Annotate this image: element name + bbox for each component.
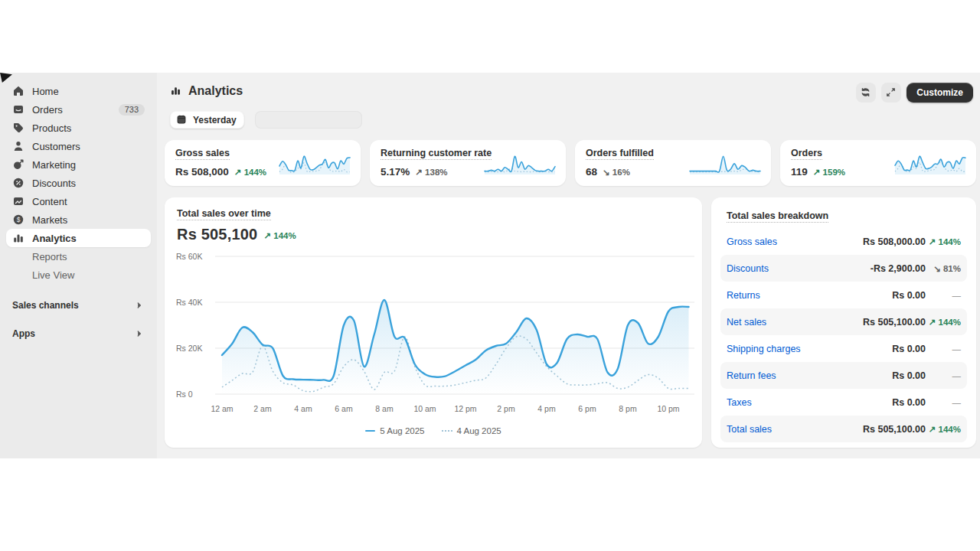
breakdown-rows: Gross salesRs 508,000.00↗ 144%Discounts-…: [720, 228, 967, 442]
page-title: Analytics: [188, 84, 243, 98]
chart-total-change: ↗ 144%: [263, 228, 296, 242]
bar-chart-icon: [12, 232, 24, 244]
svg-text:10 am: 10 am: [413, 404, 436, 413]
metric-card-orders[interactable]: Orders119↗ 159%: [780, 140, 976, 186]
svg-text:10 pm: 10 pm: [657, 404, 679, 413]
metric-sparkline: [483, 152, 557, 175]
sidebar-item-label: Marketing: [32, 159, 145, 171]
legend-item: 4 Aug 2025: [442, 426, 501, 435]
sidebar-item-orders[interactable]: Orders733: [6, 100, 151, 119]
metric-sparkline: [893, 152, 967, 175]
total-sales-line-chart: Rs 0Rs 20KRs 40KRs 60K12 am2 am4 am6 am8…: [171, 246, 696, 424]
breakdown-change-badge: ↗ 144%: [929, 425, 961, 434]
svg-text:Rs 60K: Rs 60K: [176, 252, 202, 261]
sidebar-item-discounts[interactable]: Discounts: [6, 174, 151, 192]
svg-text:Rs 40K: Rs 40K: [176, 298, 202, 307]
breakdown-label-link[interactable]: Total sales: [727, 424, 863, 435]
breakdown-row-taxes: TaxesRs 0.00—: [720, 389, 967, 416]
sidebar-section-sales-channels[interactable]: Sales channels: [6, 296, 151, 315]
sidebar-item-label: Products: [32, 122, 145, 134]
breakdown-value: Rs 505,100.00: [863, 424, 926, 435]
breakdown-change-badge: —: [952, 291, 962, 300]
customize-button[interactable]: Customize: [906, 83, 973, 103]
sidebar-item-analytics[interactable]: Analytics: [6, 229, 151, 247]
svg-text:4 pm: 4 pm: [537, 404, 556, 413]
refresh-icon: [860, 86, 872, 99]
sidebar-item-products[interactable]: Products: [6, 119, 151, 137]
metric-value: 68: [586, 166, 597, 178]
total-sales-chart-card: Total sales over time Rs 505,100 ↗ 144% …: [165, 197, 702, 448]
sidebar-section-label: Apps: [12, 328, 35, 339]
breakdown-label-link[interactable]: Net sales: [727, 317, 863, 328]
metric-title[interactable]: Orders fulfilled: [586, 148, 654, 160]
total-sales-breakdown-card: Total sales breakdown Gross salesRs 508,…: [711, 197, 976, 448]
breakdown-label-link[interactable]: Taxes: [727, 397, 892, 408]
metric-card-returning-customer-rate[interactable]: Returning customer rate5.17%↗ 138%: [370, 140, 566, 186]
sidebar-item-content[interactable]: Content: [6, 192, 151, 210]
chevron-right-icon: [134, 328, 145, 339]
breakdown-label-link[interactable]: Returns: [727, 290, 892, 301]
calendar-icon: [176, 114, 188, 126]
metric-cards-row: Gross salesRs 508,000↗ 144%Returning cus…: [165, 140, 976, 186]
metric-change: ↗ 159%: [813, 167, 845, 178]
breakdown-change: ↗ 144%: [926, 317, 961, 328]
sidebar-item-markets[interactable]: $Markets: [6, 210, 151, 229]
tag-icon: [12, 122, 24, 134]
breakdown-change: ↗ 144%: [926, 236, 961, 247]
breakdown-label-link[interactable]: Discounts: [727, 263, 871, 274]
breakdown-row-returns: ReturnsRs 0.00—: [720, 282, 967, 308]
chart-total-row: Rs 505,100 ↗ 144%: [177, 226, 296, 243]
breakdown-change: ↗ 144%: [926, 424, 961, 435]
shopify-admin-app: HomeOrders733ProductsCustomersMarketingD…: [0, 73, 980, 458]
breakdown-label-link[interactable]: Shipping charges: [727, 344, 892, 354]
metric-title[interactable]: Returning customer rate: [381, 148, 492, 160]
sidebar-item-live-view[interactable]: Live View: [6, 266, 151, 284]
date-range-button[interactable]: Yesterday: [170, 111, 244, 129]
breakdown-value: Rs 0.00: [892, 344, 926, 354]
metric-change: ↘ 16%: [603, 167, 630, 178]
sidebar-item-label: Home: [32, 86, 145, 97]
metric-card-gross-sales[interactable]: Gross salesRs 508,000↗ 144%: [165, 140, 361, 186]
metric-card-orders-fulfilled[interactable]: Orders fulfilled68↘ 16%: [575, 140, 771, 186]
breakdown-row-shipping-charges: Shipping chargesRs 0.00—: [720, 335, 967, 362]
sidebar-sections: Sales channelsApps: [0, 296, 157, 343]
metric-title[interactable]: Gross sales: [175, 148, 230, 160]
sidebar-item-home[interactable]: Home: [6, 82, 151, 100]
date-range-label: Yesterday: [193, 115, 237, 126]
main-content: Analytics Customize Yesterday Gross sale…: [157, 73, 980, 458]
chart-title[interactable]: Total sales over time: [177, 208, 271, 220]
metric-title[interactable]: Orders: [791, 148, 822, 160]
refresh-button[interactable]: [856, 83, 876, 103]
sidebar-item-marketing[interactable]: Marketing: [6, 155, 151, 174]
breakdown-label-link[interactable]: Gross sales: [727, 236, 863, 247]
expand-button[interactable]: [881, 83, 901, 103]
content-icon: [12, 195, 24, 207]
sidebar-item-customers[interactable]: Customers: [6, 137, 151, 155]
sidebar-section-apps[interactable]: Apps: [6, 324, 151, 343]
sidebar-item-label: Content: [32, 196, 145, 207]
header-actions: Customize: [856, 83, 973, 103]
page-header: Analytics: [170, 84, 243, 98]
globe-icon: $: [12, 214, 24, 226]
breakdown-row-discounts: Discounts-Rs 2,900.00↘ 81%: [720, 255, 967, 282]
bar-chart-icon: [170, 85, 182, 97]
breakdown-change: —: [926, 397, 961, 408]
metric-change: ↗ 138%: [415, 167, 447, 178]
breakdown-title[interactable]: Total sales breakdown: [727, 210, 828, 223]
sidebar-item-label: Live View: [32, 269, 145, 281]
breakdown-value: Rs 0.00: [892, 290, 926, 301]
orders-count-badge: 733: [119, 104, 145, 116]
metric-value: 5.17%: [381, 166, 410, 178]
svg-text:4 am: 4 am: [294, 404, 312, 413]
breakdown-label-link[interactable]: Return fees: [727, 370, 892, 381]
svg-text:2 am: 2 am: [253, 404, 272, 413]
sidebar: HomeOrders733ProductsCustomersMarketingD…: [0, 73, 157, 458]
metric-sparkline: [688, 152, 762, 175]
chevron-right-icon: [134, 300, 145, 311]
breakdown-change-badge: —: [952, 398, 962, 407]
sidebar-item-reports[interactable]: Reports: [6, 247, 151, 266]
metric-change: ↗ 144%: [234, 167, 266, 178]
comparison-skeleton: [255, 111, 362, 129]
discount-icon: [12, 177, 24, 189]
sidebar-item-label: Analytics: [32, 233, 145, 244]
